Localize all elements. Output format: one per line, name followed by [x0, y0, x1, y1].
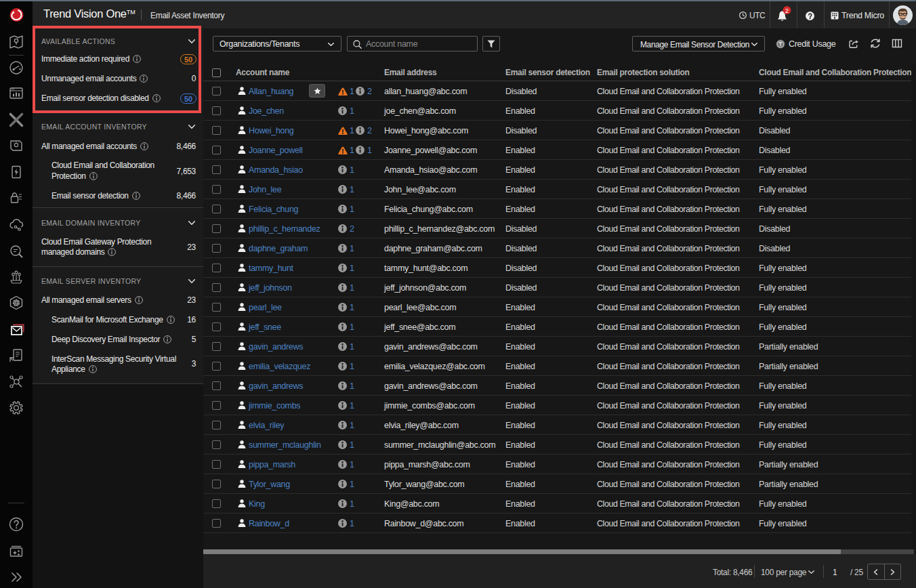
svg-text:2: 2: [785, 7, 789, 14]
